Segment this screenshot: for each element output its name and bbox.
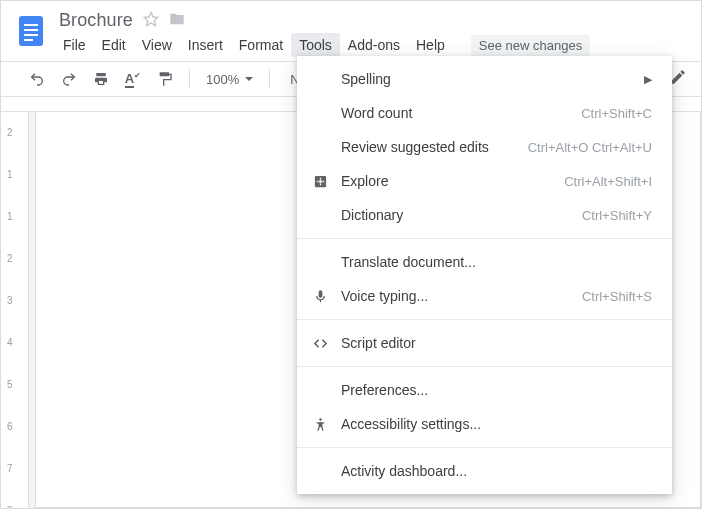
menu-view[interactable]: View bbox=[134, 33, 180, 57]
submenu-arrow-icon: ▶ bbox=[644, 73, 652, 86]
menu-item-label: Script editor bbox=[341, 335, 652, 351]
chevron-down-icon bbox=[245, 77, 253, 81]
folder-icon[interactable] bbox=[169, 11, 185, 30]
code-icon bbox=[313, 336, 341, 351]
menu-addons[interactable]: Add-ons bbox=[340, 33, 408, 57]
tools-menu-item-explore[interactable]: ExploreCtrl+Alt+Shift+I bbox=[297, 164, 672, 198]
menu-item-shortcut: Ctrl+Shift+S bbox=[582, 289, 652, 304]
ruler-tick: 4 bbox=[7, 337, 13, 348]
menu-item-label: Preferences... bbox=[341, 382, 652, 398]
undo-button[interactable] bbox=[23, 65, 51, 93]
menu-item-shortcut: Ctrl+Shift+Y bbox=[582, 208, 652, 223]
accessibility-icon bbox=[313, 417, 341, 432]
menu-item-shortcut: Ctrl+Alt+O Ctrl+Alt+U bbox=[528, 140, 652, 155]
ruler-tick: 1 bbox=[7, 211, 13, 222]
tools-menu-item-activity-dashboard[interactable]: Activity dashboard... bbox=[297, 454, 672, 488]
svg-rect-1 bbox=[24, 24, 38, 26]
ruler-tick: 2 bbox=[7, 127, 13, 138]
svg-rect-7 bbox=[319, 180, 322, 183]
zoom-value: 100% bbox=[206, 72, 239, 87]
menu-insert[interactable]: Insert bbox=[180, 33, 231, 57]
menu-item-shortcut: Ctrl+Alt+Shift+I bbox=[564, 174, 652, 189]
menu-help[interactable]: Help bbox=[408, 33, 453, 57]
svg-rect-4 bbox=[24, 39, 33, 41]
svg-point-12 bbox=[319, 418, 322, 421]
zoom-select[interactable]: 100% bbox=[200, 72, 259, 87]
menu-edit[interactable]: Edit bbox=[94, 33, 134, 57]
toolbar-separator bbox=[189, 69, 190, 89]
svg-rect-8 bbox=[320, 177, 321, 179]
tools-menu-item-preferences[interactable]: Preferences... bbox=[297, 373, 672, 407]
menu-separator bbox=[297, 238, 672, 239]
tools-menu-item-dictionary[interactable]: DictionaryCtrl+Shift+Y bbox=[297, 198, 672, 232]
menu-item-label: Voice typing... bbox=[341, 288, 582, 304]
redo-button[interactable] bbox=[55, 65, 83, 93]
paint-format-button[interactable] bbox=[151, 65, 179, 93]
tools-menu-item-translate-document[interactable]: Translate document... bbox=[297, 245, 672, 279]
menu-separator bbox=[297, 366, 672, 367]
svg-rect-9 bbox=[320, 183, 321, 185]
svg-rect-3 bbox=[24, 34, 38, 36]
menu-item-label: Word count bbox=[341, 105, 581, 121]
explore-icon bbox=[313, 174, 341, 189]
tools-menu-item-voice-typing[interactable]: Voice typing...Ctrl+Shift+S bbox=[297, 279, 672, 313]
doc-title[interactable]: Brochure bbox=[59, 10, 133, 31]
ruler-tick: 8 bbox=[7, 505, 13, 510]
star-icon[interactable] bbox=[143, 11, 159, 30]
tools-menu-item-script-editor[interactable]: Script editor bbox=[297, 326, 672, 360]
ruler-tick: 3 bbox=[7, 295, 13, 306]
tools-menu-item-spelling[interactable]: Spelling▶ bbox=[297, 62, 672, 96]
menu-item-label: Accessibility settings... bbox=[341, 416, 652, 432]
vertical-ruler: 2112345678 bbox=[1, 112, 29, 508]
see-new-changes-button[interactable]: See new changes bbox=[471, 35, 590, 56]
tools-menu-item-word-count[interactable]: Word countCtrl+Shift+C bbox=[297, 96, 672, 130]
svg-marker-5 bbox=[144, 12, 157, 25]
menu-tools[interactable]: Tools bbox=[291, 33, 340, 57]
svg-rect-11 bbox=[322, 180, 324, 181]
menu-format[interactable]: Format bbox=[231, 33, 291, 57]
toolbar-separator bbox=[269, 69, 270, 89]
ruler-tick: 2 bbox=[7, 253, 13, 264]
ruler-tick: 1 bbox=[7, 169, 13, 180]
menu-separator bbox=[297, 447, 672, 448]
menu-separator bbox=[297, 319, 672, 320]
menu-item-label: Dictionary bbox=[341, 207, 582, 223]
svg-rect-2 bbox=[24, 29, 38, 31]
spellcheck-button[interactable]: A✔ bbox=[119, 65, 147, 93]
menu-item-label: Explore bbox=[341, 173, 564, 189]
ruler-tick: 6 bbox=[7, 421, 13, 432]
mic-icon bbox=[313, 289, 341, 304]
svg-rect-10 bbox=[317, 180, 319, 181]
tools-menu-popup: Spelling▶Word countCtrl+Shift+CReview su… bbox=[297, 56, 672, 494]
header: Brochure File Edit View Insert Format To… bbox=[1, 1, 701, 61]
menu-file[interactable]: File bbox=[55, 33, 94, 57]
menu-item-label: Review suggested edits bbox=[341, 139, 528, 155]
menu-item-label: Translate document... bbox=[341, 254, 652, 270]
menu-item-label: Spelling bbox=[341, 71, 644, 87]
menu-item-label: Activity dashboard... bbox=[341, 463, 652, 479]
docs-logo[interactable] bbox=[11, 11, 51, 51]
menu-item-shortcut: Ctrl+Shift+C bbox=[581, 106, 652, 121]
tools-menu-item-accessibility-settings[interactable]: Accessibility settings... bbox=[297, 407, 672, 441]
ruler-tick: 7 bbox=[7, 463, 13, 474]
ruler-tick: 5 bbox=[7, 379, 13, 390]
tools-menu-item-review-suggested-edits[interactable]: Review suggested editsCtrl+Alt+O Ctrl+Al… bbox=[297, 130, 672, 164]
print-button[interactable] bbox=[87, 65, 115, 93]
menubar: File Edit View Insert Format Tools Add-o… bbox=[55, 33, 590, 57]
